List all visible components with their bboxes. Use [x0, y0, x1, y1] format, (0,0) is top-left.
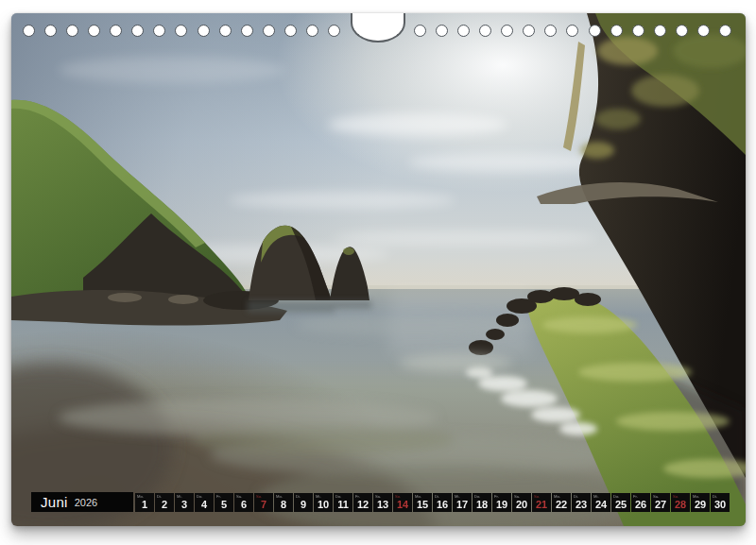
weekday-abbr: Do.: [335, 494, 342, 498]
day-cell: So. 14: [393, 493, 412, 512]
punch-hole: [544, 25, 557, 37]
punch-hole: [88, 25, 100, 37]
weekday-abbr: Do.: [197, 494, 203, 498]
day-cell: Mi. 10: [314, 493, 333, 512]
punch-hole: [523, 25, 535, 37]
binder-holes-right: [414, 25, 731, 38]
day-number: 8: [274, 500, 293, 510]
punch-hole: [44, 25, 57, 37]
day-cell: Do. 25: [611, 493, 630, 512]
weekday-abbr: Do.: [613, 494, 620, 498]
punch-hole: [610, 25, 623, 37]
month-name: Juni: [41, 494, 68, 510]
punch-hole: [719, 25, 731, 37]
punch-hole: [153, 25, 165, 37]
punch-hole: [175, 25, 187, 37]
day-cell: So. 21: [532, 493, 551, 512]
punch-hole: [23, 25, 35, 37]
weekday-abbr: Fr.: [633, 494, 638, 498]
day-number: 14: [393, 500, 412, 510]
day-number: 24: [592, 500, 610, 510]
weekday-abbr: So.: [256, 494, 262, 498]
day-number: 23: [572, 500, 591, 510]
day-cell: Fr. 19: [492, 493, 511, 512]
weekday-abbr: Di.: [574, 494, 578, 498]
day-number: 9: [294, 500, 313, 510]
punch-hole: [198, 25, 210, 37]
day-number: 17: [453, 500, 472, 510]
day-cells: Mo. 1 Di. 2 Mi. 3 Do. 4 Fr. 5 Sa. 6 So. …: [135, 493, 730, 512]
day-number: 13: [373, 500, 392, 510]
day-cell: Mo. 1: [135, 493, 154, 512]
day-cell: So. 28: [671, 493, 690, 512]
day-cell: Di. 30: [711, 493, 730, 512]
weekday-abbr: Di.: [435, 494, 439, 498]
binder-holes-left: [23, 25, 340, 38]
punch-hole: [66, 25, 78, 37]
photo-coastal-landscape: [11, 13, 746, 526]
month-label-box: Juni 2026: [31, 492, 133, 512]
day-cell: Mi. 3: [175, 493, 194, 512]
weekday-abbr: Fr.: [355, 494, 360, 498]
day-cell: Di. 2: [155, 493, 174, 512]
weekday-abbr: Mo.: [554, 494, 560, 498]
weekday-abbr: Fr.: [216, 494, 221, 498]
day-number: 19: [492, 500, 511, 510]
punch-hole: [654, 25, 666, 37]
day-cell: Mo. 15: [413, 493, 432, 512]
weekday-abbr: Sa.: [514, 494, 520, 498]
day-number: 7: [254, 500, 273, 510]
weekday-abbr: Di.: [157, 494, 162, 498]
calendar-mockup: Juni 2026 Mo. 1 Di. 2 Mi. 3 Do. 4 Fr. 5 …: [0, 0, 756, 545]
punch-hole: [501, 25, 513, 37]
day-number: 28: [671, 500, 690, 510]
punch-hole: [131, 25, 144, 37]
punch-hole: [457, 25, 470, 37]
day-cell: Mo. 29: [691, 493, 710, 512]
punch-hole: [697, 25, 710, 37]
day-cell: Do. 18: [472, 493, 491, 512]
weekday-abbr: So.: [534, 494, 540, 498]
day-number: 11: [334, 500, 352, 510]
day-number: 21: [532, 500, 551, 510]
punch-hole: [306, 25, 318, 37]
punch-hole: [219, 25, 232, 37]
punch-hole: [676, 25, 688, 37]
day-cell: Di. 23: [572, 493, 591, 512]
punch-hole: [284, 25, 297, 37]
day-number: 4: [195, 500, 214, 510]
day-number: 15: [413, 500, 432, 510]
day-cell: Do. 4: [195, 493, 214, 512]
weekday-abbr: Sa.: [236, 494, 242, 498]
day-number: 10: [314, 500, 333, 510]
weekday-abbr: Mo.: [276, 494, 283, 498]
weekday-abbr: Di.: [296, 494, 301, 498]
day-cell: Fr. 26: [631, 493, 650, 512]
day-cell: Fr. 12: [353, 493, 372, 512]
punch-hole: [110, 25, 122, 37]
punch-hole: [632, 25, 644, 37]
day-cell: Mi. 24: [592, 493, 610, 512]
weekday-abbr: So.: [673, 494, 679, 498]
punch-hole: [241, 25, 253, 37]
day-cell: Sa. 6: [234, 493, 253, 512]
day-number: 26: [631, 500, 650, 510]
punch-hole: [589, 25, 601, 37]
day-cell: Mi. 17: [453, 493, 472, 512]
day-number: 18: [472, 500, 491, 510]
weekday-abbr: Fr.: [494, 494, 499, 498]
date-strip: Juni 2026 Mo. 1 Di. 2 Mi. 3 Do. 4 Fr. 5 …: [31, 492, 730, 512]
day-number: 25: [611, 500, 630, 510]
day-cell: So. 7: [254, 493, 273, 512]
weekday-abbr: Mo.: [137, 494, 144, 498]
day-cell: Sa. 20: [512, 493, 531, 512]
weekday-abbr: Sa.: [375, 494, 381, 498]
weekday-abbr: Mi.: [177, 494, 182, 498]
day-cell: Sa. 27: [651, 493, 670, 512]
day-number: 2: [155, 500, 174, 510]
day-cell: Di. 16: [433, 493, 452, 512]
weekday-abbr: Mo.: [693, 494, 699, 498]
day-cell: Fr. 5: [215, 493, 233, 512]
day-number: 6: [234, 500, 253, 510]
weekday-abbr: Mi.: [455, 494, 460, 498]
